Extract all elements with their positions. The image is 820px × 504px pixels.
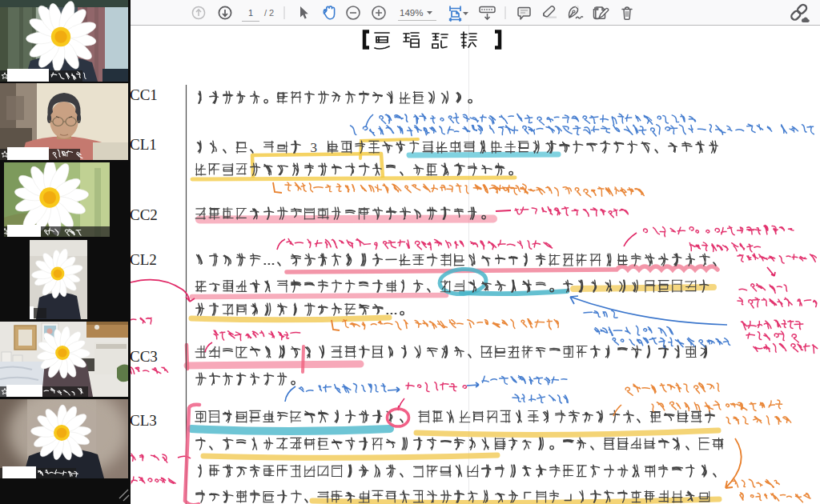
svg-text:CL3: CL3 [130,412,157,429]
svg-text:CC2: CC2 [130,206,158,223]
svg-text:CL1: CL1 [130,136,157,153]
svg-text:CL2: CL2 [130,251,157,268]
svg-text:3: 3 [310,140,317,155]
svg-text:CC1: CC1 [130,86,158,103]
svg-text:CC3: CC3 [130,348,158,365]
